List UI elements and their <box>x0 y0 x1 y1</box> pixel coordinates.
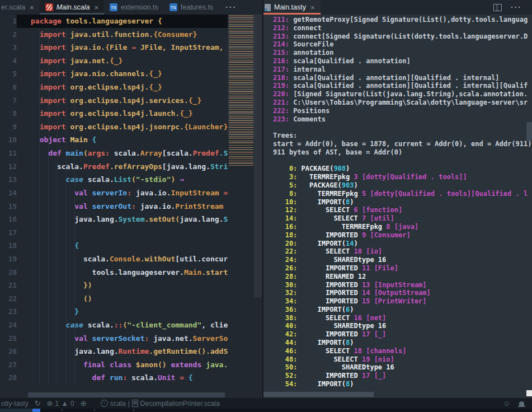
tab-er-scala[interactable]: er.scala× <box>0 0 40 15</box>
tasty-line[interactable]: 42: IMPORTED 17 [_] <box>263 330 532 339</box>
tasty-line[interactable]: 54: IMPORT(8) <box>263 380 532 388</box>
code-line[interactable]: 26 java.lang.Runtime.getRuntime().addSh <box>0 345 262 358</box>
tasty-line[interactable]: 8: TERMREFpkg 5 [dotty[Qualified . tools… <box>263 190 532 198</box>
tab-main-scala[interactable]: Main.scala× <box>40 0 104 15</box>
code-line[interactable]: 22 () <box>0 292 262 306</box>
tasty-line[interactable]: 24: SHAREDtype 16 <box>263 256 532 264</box>
tasty-line[interactable]: 222: Positions <box>263 107 532 115</box>
tasty-line[interactable]: 14: SELECT 7 [util] <box>263 214 532 223</box>
code-line[interactable]: 4 import java.net.{_} <box>0 54 262 68</box>
code-line[interactable]: 10 object Main { <box>0 133 262 147</box>
code-line[interactable]: 7 import org.eclipse.lsp4j.services.{_} <box>0 94 262 107</box>
tasty-line[interactable]: 3: TERMREFpkg 3 [dotty[Qualified . tools… <box>263 173 532 181</box>
feedback-button[interactable]: ☺ <box>503 400 510 407</box>
tasty-line[interactable]: 223: Comments <box>263 115 532 124</box>
more-actions-button[interactable]: ··· <box>504 3 529 12</box>
tasty-line[interactable]: 28: RENAMED 12 <box>263 273 532 281</box>
tasty-line[interactable]: 220: [Signed Signature(List(java.lang.St… <box>263 90 532 99</box>
problems-indicator[interactable]: ⊗ 1 ▲ 0 <box>47 400 74 408</box>
code-line[interactable]: 2 import java.util.function.{Consumer} <box>0 28 262 41</box>
tasty-line[interactable]: 10: IMPORT(8) <box>263 198 532 207</box>
scala-editor[interactable]: 1package tools.languageserver {2 import … <box>0 15 262 398</box>
tasty-line[interactable] <box>263 157 532 165</box>
code-line[interactable]: 14 val serverIn: java.io.InputStream = <box>0 186 262 200</box>
code-line[interactable]: 13 case scala.List("-stdio") ⇒ <box>0 173 262 186</box>
code-line[interactable]: 23 } <box>0 305 262 319</box>
tasty-line[interactable]: 215: annotation <box>263 49 532 57</box>
language-indicator[interactable]: ! scala | DecompilationPrinter.scala <box>101 400 220 408</box>
code-line[interactable]: 24 case scala.::("-client_command", clie… <box>0 319 262 332</box>
split-editor-icon[interactable] <box>493 4 502 11</box>
code-line[interactable]: 21 }) <box>0 279 262 292</box>
code-line[interactable]: 28 def run: scala.Unit = { <box>0 371 262 385</box>
code-line[interactable]: 19 scala.Console.withOut[util.concurr <box>0 252 262 266</box>
code-line[interactable]: 3 import java.io.{File ⇒ JFile, InputStr… <box>0 41 262 54</box>
tasty-line[interactable]: 219: scala[Qualified . annotation][Quali… <box>263 82 532 90</box>
code-line[interactable]: 16 java.lang.System.setOut(java.lang.Sy <box>0 213 262 226</box>
code-line[interactable]: 5 import java.nio.channels.{_} <box>0 67 262 81</box>
horizontal-scrollbar-right[interactable] <box>263 392 374 397</box>
close-icon[interactable]: × <box>30 3 34 12</box>
tasty-line[interactable]: 52: IMPORTED 17 [_] <box>263 372 532 380</box>
tasty-line[interactable]: 46: SELECT 18 [channels] <box>263 347 532 355</box>
tasty-line[interactable]: 40: SHAREDtype 16 <box>263 322 532 330</box>
tasty-line[interactable]: 50: SHAREDtype 16 <box>263 363 532 372</box>
code-line[interactable]: 9 import org.eclipse.lsp4j.jsonrpc.{Laun… <box>0 120 262 134</box>
tab-extension-ts[interactable]: TSextension.ts <box>104 0 164 15</box>
more-tabs-button[interactable]: ··· <box>219 0 243 15</box>
live-share-button[interactable]: ⊕ <box>81 400 87 407</box>
tasty-output-editor[interactable]: 211: getRemoteProxy[Signed Signature(Lis… <box>263 15 532 398</box>
notifications-button[interactable] <box>519 401 524 406</box>
tasty-line[interactable]: 218: scala[Qualified . annotation][Quali… <box>263 74 532 82</box>
code-line[interactable]: 8 import org.eclipse.lsp4j.launch.{_} <box>0 107 262 120</box>
tasty-line[interactable]: 26: IMPORTED 11 [File] <box>263 264 532 273</box>
tasty-line[interactable]: 5: PACKAGE(903) <box>263 181 532 190</box>
tasty-line[interactable]: 211: getRemoteProxy[Signed Signature(Lis… <box>263 16 532 24</box>
code-line[interactable]: 20 tools.languageserver.Main.startS <box>0 266 262 279</box>
tasty-line[interactable]: 34: IMPORTED 15 [PrintWriter] <box>263 297 532 306</box>
vertical-scrollbar-left[interactable] <box>254 15 262 297</box>
tasty-line[interactable]: 44: IMPORT(8) <box>263 339 532 347</box>
tasty-line[interactable]: 22: SELECT 10 [io] <box>263 247 532 256</box>
tasty-line[interactable] <box>263 123 532 132</box>
tab-features-ts[interactable]: TSfeatures.ts <box>164 0 219 15</box>
tasty-line[interactable]: Trees: <box>263 132 532 140</box>
close-icon[interactable]: × <box>94 3 98 12</box>
branch-indicator[interactable]: otty-tasty <box>1 400 29 408</box>
sync-button[interactable]: ↻ <box>35 400 41 407</box>
code-line[interactable]: 27 final class $anon() extends java.l <box>0 358 262 372</box>
code-line[interactable]: 11 def main(args: scala.Array[scala.Pred… <box>0 147 262 160</box>
tasty-line[interactable]: 48: SELECT 19 [nio] <box>263 355 532 364</box>
code-line[interactable]: 18 { <box>0 239 262 252</box>
code-line[interactable]: 1package tools.languageserver { <box>0 15 262 28</box>
close-icon[interactable]: × <box>310 3 315 12</box>
tasty-line[interactable]: 36: IMPORT(6) <box>263 306 532 314</box>
tasty-line[interactable]: 214: SourceFile <box>263 40 532 49</box>
tasty-line[interactable]: 16: TERMREFpkg 8 [java] <box>263 223 532 231</box>
code-line[interactable]: 15 val serverOut: java.io.PrintStream = <box>0 200 262 213</box>
tasty-line[interactable]: 32: IMPORTED 14 [OutputStream] <box>263 289 532 297</box>
tasty-line[interactable]: 221: C:\Users\Tobias\Programming\Scala\d… <box>263 99 532 107</box>
vertical-scrollbar-right[interactable] <box>526 122 532 141</box>
tasty-line[interactable]: 38: SELECT 16 [net] <box>263 314 532 322</box>
tasty-line[interactable]: 217: internal <box>263 65 532 74</box>
tasty-line[interactable]: 212: connect <box>263 24 532 32</box>
code-line[interactable]: 17 <box>0 226 262 240</box>
code-line[interactable]: 6 import org.eclipse.lsp4j.{_} <box>0 81 262 94</box>
tasty-line[interactable]: 216: scala[Qualified . annotation] <box>263 57 532 65</box>
tasty-line[interactable]: 12: SELECT 6 [function] <box>263 206 532 214</box>
horizontal-scrollbar-left[interactable] <box>28 392 225 397</box>
code-token: val <box>31 189 88 197</box>
minimap[interactable] <box>228 15 262 398</box>
tab-main-tasty[interactable]: Main.tasty × <box>263 0 321 15</box>
tasty-line[interactable]: 30: IMPORTED 13 [InputStream] <box>263 281 532 289</box>
tasty-line[interactable]: 20: IMPORT(14) <box>263 240 532 248</box>
code-line[interactable]: 12 scala.Predef.refArrayOps[java.lang.St… <box>0 160 262 174</box>
tasty-line[interactable]: 18: IMPORTED 9 [Consumer] <box>263 231 532 240</box>
code-line[interactable]: 25 val serverSocket: java.net.ServerSoc <box>0 332 262 345</box>
minimap-slider[interactable] <box>228 15 255 139</box>
tasty-line[interactable]: start = Addr(0), base = 1878, current = … <box>263 140 532 148</box>
tasty-line[interactable]: 911 bytes of AST, base = Addr(0) <box>263 148 532 157</box>
tasty-line[interactable]: 0: PACKAGE(908) <box>263 165 532 173</box>
tasty-line[interactable]: 213: connect[Signed Signature(List(dotty… <box>263 32 532 41</box>
